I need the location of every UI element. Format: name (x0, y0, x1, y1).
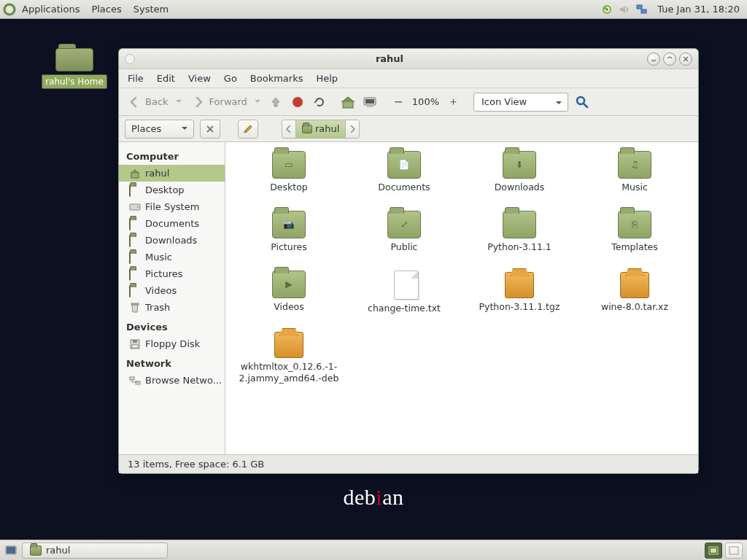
breadcrumb-current[interactable]: rahul (296, 120, 346, 138)
sidebar-item[interactable]: Browse Netwo... (119, 372, 225, 389)
file-item[interactable]: 📄Documents (347, 151, 462, 208)
file-label: Videos (274, 301, 304, 313)
sidebar-item-icon (129, 202, 141, 212)
folder-icon: ▶ (272, 271, 306, 298)
sidebar-item[interactable]: Music (119, 249, 225, 265)
file-item[interactable]: Python-3.11.1 (462, 211, 577, 268)
svg-rect-14 (131, 303, 139, 305)
menu-go[interactable]: Go (218, 71, 243, 86)
sidebar-item-icon (129, 339, 141, 349)
file-item[interactable]: wine-8.0.tar.xz (577, 271, 692, 327)
menu-bookmarks[interactable]: Bookmarks (244, 71, 309, 86)
edit-path-button[interactable] (238, 120, 258, 139)
sidebar-item-icon (129, 286, 141, 296)
file-item[interactable]: ⎘Templates (577, 211, 692, 268)
panel-menu-places[interactable]: Places (85, 1, 127, 17)
workspace-1-button[interactable] (705, 542, 722, 559)
sidebar-item-label: Trash (145, 302, 170, 313)
sidebar-item-icon (129, 219, 141, 229)
show-desktop-button[interactable] (4, 544, 18, 557)
svg-rect-6 (343, 101, 353, 108)
sidebar-heading-network: Network (119, 352, 225, 372)
taskbar-entry-label: rahul (46, 545, 70, 556)
icon-view[interactable]: ▭Desktop📄Documents⬇Downloads♫Music📷Pictu… (225, 142, 698, 454)
sidebar-item-icon (129, 252, 141, 262)
window-menu-icon[interactable] (125, 54, 135, 64)
svg-rect-3 (637, 5, 642, 9)
file-label: Python-3.11.1 (487, 241, 551, 253)
close-places-button[interactable] (200, 120, 220, 139)
folder-icon (302, 125, 312, 133)
sidebar-item[interactable]: Videos (119, 282, 225, 299)
desktop-home-icon[interactable]: rahul's Home (38, 41, 111, 89)
debian-logo: debian (0, 485, 747, 510)
panel-menu-system[interactable]: System (128, 1, 174, 17)
panel-menu-applications[interactable]: Applications (16, 1, 85, 17)
file-label: Downloads (495, 182, 545, 193)
archive-icon (620, 272, 649, 298)
taskbar-entry[interactable]: rahul (22, 542, 168, 559)
stop-button[interactable] (290, 94, 306, 110)
sidebar-item[interactable]: Documents (119, 215, 225, 232)
menu-help[interactable]: Help (310, 71, 344, 86)
sidebar-item[interactable]: Downloads (119, 232, 225, 249)
file-item[interactable]: change-time.txt (347, 271, 462, 327)
places-combo[interactable]: Places (125, 120, 194, 139)
sidebar-item[interactable]: Trash (119, 299, 225, 316)
file-item[interactable]: 📷Pictures (231, 211, 347, 268)
sidebar-item-icon (129, 269, 141, 279)
home-button[interactable] (340, 94, 356, 110)
file-item[interactable]: ▭Desktop (231, 151, 347, 208)
update-icon[interactable] (600, 3, 614, 16)
sidebar-item[interactable]: Pictures (119, 265, 225, 282)
breadcrumb-forward[interactable] (346, 120, 359, 138)
file-item[interactable]: Python-3.11.1.tgz (462, 271, 577, 327)
file-manager-window: rahul File Edit View Go Bookmarks Help B… (118, 48, 699, 474)
zoom-in-button[interactable]: ＋ (445, 94, 461, 110)
svg-rect-8 (365, 99, 374, 104)
svg-rect-9 (367, 106, 373, 107)
view-mode-combo[interactable]: Icon View (473, 93, 568, 112)
zoom-out-button[interactable]: − (390, 94, 406, 110)
dropdown-icon (176, 99, 182, 105)
file-item[interactable]: ⬇Downloads (462, 151, 577, 208)
status-bar: 13 items, Free space: 6.1 GB (119, 454, 698, 473)
maximize-button[interactable] (663, 52, 676, 66)
svg-point-5 (293, 97, 303, 107)
workspace-2-button[interactable] (725, 542, 743, 559)
breadcrumb: rahul (282, 120, 360, 139)
forward-icon (190, 94, 206, 110)
search-button[interactable] (574, 94, 590, 110)
window-title: rahul (135, 53, 644, 64)
folder-icon: ▭ (272, 151, 306, 179)
sidebar-item[interactable]: rahul (119, 165, 225, 182)
sidebar-item[interactable]: Floppy Disk (119, 335, 225, 352)
menu-edit[interactable]: Edit (151, 71, 181, 86)
sidebar-item[interactable]: Desktop (119, 182, 225, 198)
forward-button[interactable]: Forward (189, 93, 262, 112)
titlebar[interactable]: rahul (119, 49, 698, 69)
sidebar-item-label: rahul (145, 168, 169, 179)
panel-clock[interactable]: Tue Jan 31, 18:20 (653, 4, 744, 15)
distro-logo-icon[interactable] (3, 3, 16, 16)
network-icon[interactable] (635, 3, 649, 16)
menu-file[interactable]: File (122, 71, 150, 86)
folder-icon (55, 41, 93, 71)
computer-button[interactable] (362, 94, 378, 110)
breadcrumb-back[interactable] (282, 120, 296, 138)
file-item[interactable]: ▶Videos (231, 271, 347, 327)
volume-icon[interactable] (618, 3, 631, 16)
menu-view[interactable]: View (182, 71, 217, 86)
back-button[interactable]: Back (125, 93, 183, 112)
file-item[interactable]: ⤢Public (347, 211, 462, 268)
close-button[interactable] (679, 52, 692, 66)
sidebar-item[interactable]: File System (119, 198, 225, 215)
file-item[interactable]: ♫Music (577, 151, 692, 208)
sidebar-item-icon (129, 168, 141, 179)
svg-rect-17 (132, 345, 138, 348)
reload-button[interactable] (311, 94, 328, 110)
file-item[interactable]: wkhtmltox_0.12.6.-1-2.jammy_amd64.-deb (231, 330, 347, 411)
svg-rect-4 (641, 9, 646, 13)
up-button[interactable] (268, 94, 284, 110)
minimize-button[interactable] (647, 52, 660, 66)
